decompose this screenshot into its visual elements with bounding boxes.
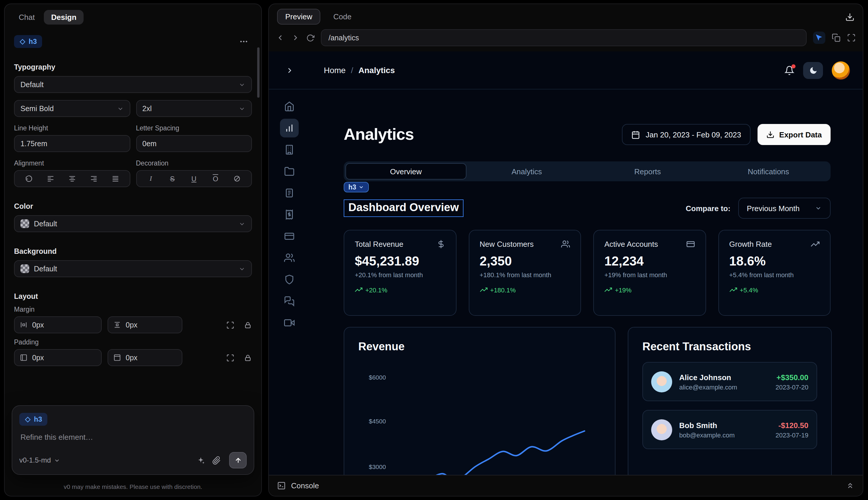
- more-options-icon[interactable]: [235, 36, 252, 47]
- preview-panel: Preview Code /analytics: [268, 3, 863, 497]
- padding-lock-icon[interactable]: [244, 353, 252, 362]
- stat-card-new-customers: New Customers 2,350 +180.1% from last mo…: [468, 230, 581, 316]
- composer-input[interactable]: Refine this element…: [21, 433, 245, 442]
- strikethrough-icon[interactable]: S: [166, 172, 179, 185]
- underline-icon[interactable]: U: [187, 172, 200, 185]
- notifications-bell-icon[interactable]: [784, 65, 794, 75]
- breadcrumb-home[interactable]: Home: [324, 66, 346, 75]
- trending-up-icon: [355, 286, 362, 294]
- margin-x-input[interactable]: 0px: [14, 316, 102, 333]
- model-select[interactable]: v0-1.5-md: [19, 456, 60, 464]
- fullscreen-icon[interactable]: [847, 33, 856, 42]
- panel-scrollbar[interactable]: [257, 47, 259, 98]
- selected-heading[interactable]: Dashboard Overview: [344, 200, 464, 217]
- margin-lock-icon[interactable]: [244, 321, 252, 329]
- sidebar-messages-icon[interactable]: [284, 296, 294, 306]
- transaction-row[interactable]: Bob Smith bob@example.com -$120.50 2023-…: [643, 410, 817, 449]
- chevron-down-icon: [359, 184, 364, 190]
- preview-viewport: Home / Analytics: [269, 52, 863, 475]
- compare-select[interactable]: Previous Month: [738, 198, 831, 219]
- align-center-icon[interactable]: [66, 172, 78, 185]
- composer-element-chip[interactable]: h3: [19, 413, 47, 426]
- console-bar[interactable]: Console: [269, 475, 863, 496]
- sidebar-notebook-icon[interactable]: [284, 188, 294, 198]
- letter-spacing-input[interactable]: 0em: [136, 135, 252, 152]
- tab-reports[interactable]: Reports: [587, 163, 708, 180]
- download-icon[interactable]: [845, 12, 855, 21]
- sidebar-home-icon[interactable]: [284, 101, 294, 112]
- address-bar[interactable]: /analytics: [321, 29, 807, 46]
- padding-x-input[interactable]: 0px: [14, 349, 102, 366]
- app-sidebar: [269, 90, 310, 475]
- sidebar-toggle-icon[interactable]: [282, 66, 297, 75]
- back-icon[interactable]: [276, 33, 285, 42]
- terminal-icon: [277, 481, 286, 490]
- download-icon: [766, 130, 775, 139]
- margin-x-icon: [20, 321, 27, 329]
- stat-card-growth-rate: Growth Rate 18.6% +5.4% from last month: [718, 230, 831, 316]
- sidebar-receipt-icon[interactable]: [284, 209, 294, 220]
- transaction-row[interactable]: Alice Johnson alice@example.com +$350.00…: [643, 362, 817, 401]
- selection-chip[interactable]: h3: [344, 182, 369, 192]
- background-select[interactable]: Default: [14, 260, 252, 277]
- sidebar-folder-icon[interactable]: [284, 166, 294, 177]
- sidebar-users-icon[interactable]: [284, 253, 294, 263]
- margin-y-input[interactable]: 0px: [107, 316, 182, 333]
- tab-design[interactable]: Design: [44, 10, 84, 25]
- sidebar-building-icon[interactable]: [284, 145, 294, 155]
- date-range-picker[interactable]: Jan 20, 2023 - Feb 09, 2023: [622, 124, 751, 145]
- align-left-icon[interactable]: [44, 172, 57, 185]
- padding-y-input[interactable]: 0px: [107, 349, 182, 366]
- theme-toggle-moon-icon[interactable]: [803, 62, 823, 79]
- sidebar-shield-icon[interactable]: [284, 274, 294, 285]
- reset-alignment-icon[interactable]: [23, 172, 35, 185]
- selected-element-chip[interactable]: h3: [14, 35, 42, 48]
- dashboard-tablist: Overview Analytics Reports Notifications: [344, 161, 831, 181]
- padding-expand-icon[interactable]: [226, 353, 234, 362]
- align-justify-icon[interactable]: [109, 172, 121, 185]
- tab-analytics[interactable]: Analytics: [466, 163, 588, 180]
- diamond-icon: [19, 38, 26, 45]
- font-size-select[interactable]: 2xl: [136, 100, 252, 117]
- sidebar-credit-card-icon[interactable]: [284, 231, 294, 241]
- line-height-label: Line Height: [14, 125, 130, 132]
- decoration-label: Decoration: [136, 160, 252, 167]
- overline-icon[interactable]: O: [209, 172, 222, 185]
- panel-tabs: Chat Design: [5, 4, 261, 25]
- alignment-label: Alignment: [14, 160, 130, 167]
- trending-up-icon: [479, 286, 487, 294]
- clear-formatting-icon[interactable]: [231, 172, 243, 185]
- inspect-cursor-icon[interactable]: [813, 32, 825, 44]
- italic-icon[interactable]: I: [144, 172, 157, 185]
- font-weight-select[interactable]: Semi Bold: [14, 100, 130, 117]
- send-button[interactable]: [229, 452, 247, 468]
- align-right-icon[interactable]: [87, 172, 100, 185]
- tab-notifications[interactable]: Notifications: [708, 163, 829, 180]
- user-avatar[interactable]: [832, 61, 850, 79]
- calendar-icon: [631, 130, 640, 139]
- compare-label: Compare to:: [686, 204, 730, 213]
- tab-preview[interactable]: Preview: [277, 9, 321, 25]
- sidebar-analytics-icon[interactable]: [280, 119, 299, 137]
- refine-composer: h3 Refine this element… v0-1.5-md: [12, 405, 254, 475]
- sparkles-icon[interactable]: [196, 456, 205, 465]
- refresh-icon[interactable]: [306, 34, 314, 42]
- forward-icon[interactable]: [291, 33, 300, 42]
- credit-card-icon: [686, 240, 695, 249]
- attachment-paperclip-icon[interactable]: [212, 456, 221, 465]
- tab-chat[interactable]: Chat: [12, 10, 42, 25]
- color-select[interactable]: Default: [14, 215, 252, 232]
- export-data-button[interactable]: Export Data: [757, 124, 831, 145]
- avatar: [651, 419, 672, 440]
- chevrons-up-icon[interactable]: [846, 481, 855, 490]
- trending-up-icon: [604, 286, 612, 294]
- copy-window-icon[interactable]: [832, 33, 841, 42]
- chevron-down-icon: [239, 105, 245, 112]
- font-family-select[interactable]: Default: [14, 76, 252, 93]
- tab-overview[interactable]: Overview: [345, 163, 466, 180]
- line-height-input[interactable]: 1.75rem: [14, 135, 130, 152]
- stat-cards: Total Revenue $45,231.89 +20.1% from las…: [344, 230, 831, 316]
- tab-code[interactable]: Code: [325, 9, 360, 25]
- margin-expand-icon[interactable]: [226, 321, 234, 329]
- sidebar-video-icon[interactable]: [284, 318, 294, 328]
